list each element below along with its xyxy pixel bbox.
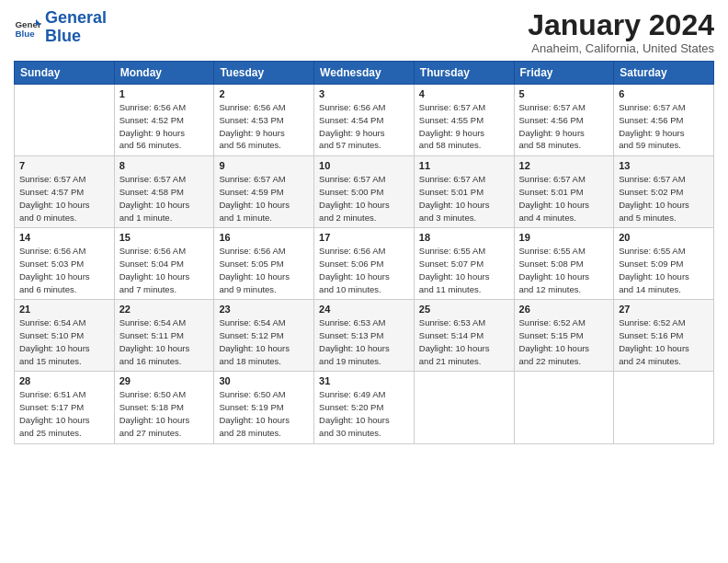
weekday-header: Sunday <box>15 62 115 85</box>
day-info: Sunrise: 6:56 AMSunset: 4:53 PMDaylight:… <box>219 101 309 152</box>
day-number: 3 <box>319 88 409 99</box>
day-number: 26 <box>519 304 609 315</box>
day-number: 10 <box>319 160 409 171</box>
calendar-cell: 16Sunrise: 6:56 AMSunset: 5:05 PMDayligh… <box>214 228 314 300</box>
calendar-cell: 21Sunrise: 6:54 AMSunset: 5:10 PMDayligh… <box>15 300 115 372</box>
day-info: Sunrise: 6:57 AMSunset: 4:56 PMDaylight:… <box>619 101 709 152</box>
day-info: Sunrise: 6:56 AMSunset: 5:06 PMDaylight:… <box>319 245 409 295</box>
title-area: January 2024 Anaheim, California, United… <box>528 9 714 55</box>
calendar-cell: 1Sunrise: 6:56 AMSunset: 4:52 PMDaylight… <box>114 85 214 156</box>
day-number: 16 <box>219 232 309 243</box>
calendar-cell: 15Sunrise: 6:56 AMSunset: 5:04 PMDayligh… <box>114 228 214 300</box>
day-number: 28 <box>19 375 109 386</box>
calendar-cell <box>414 372 514 443</box>
calendar-cell: 9Sunrise: 6:57 AMSunset: 4:59 PMDaylight… <box>214 156 314 228</box>
logo-icon: General Blue <box>14 14 41 41</box>
day-number: 18 <box>419 232 509 243</box>
weekday-header: Wednesday <box>314 62 415 85</box>
day-info: Sunrise: 6:57 AMSunset: 5:01 PMDaylight:… <box>519 173 609 224</box>
day-number: 13 <box>619 160 709 171</box>
calendar-cell: 13Sunrise: 6:57 AMSunset: 5:02 PMDayligh… <box>614 156 714 228</box>
calendar-cell: 3Sunrise: 6:56 AMSunset: 4:54 PMDaylight… <box>314 85 415 156</box>
week-row: 1Sunrise: 6:56 AMSunset: 4:52 PMDaylight… <box>15 85 714 156</box>
day-info: Sunrise: 6:54 AMSunset: 5:10 PMDaylight:… <box>19 316 109 367</box>
day-number: 7 <box>19 160 109 171</box>
calendar-cell: 18Sunrise: 6:55 AMSunset: 5:07 PMDayligh… <box>414 228 514 300</box>
calendar-cell: 11Sunrise: 6:57 AMSunset: 5:01 PMDayligh… <box>414 156 514 228</box>
calendar-cell: 4Sunrise: 6:57 AMSunset: 4:55 PMDaylight… <box>414 85 514 156</box>
calendar-cell: 30Sunrise: 6:50 AMSunset: 5:19 PMDayligh… <box>214 372 314 443</box>
week-row: 14Sunrise: 6:56 AMSunset: 5:03 PMDayligh… <box>15 228 714 300</box>
calendar-cell <box>514 372 614 443</box>
day-info: Sunrise: 6:56 AMSunset: 5:03 PMDaylight:… <box>19 245 109 295</box>
calendar-cell <box>614 372 714 443</box>
day-info: Sunrise: 6:57 AMSunset: 4:55 PMDaylight:… <box>419 101 509 152</box>
calendar-cell: 28Sunrise: 6:51 AMSunset: 5:17 PMDayligh… <box>15 372 115 443</box>
day-number: 5 <box>519 88 609 99</box>
day-info: Sunrise: 6:49 AMSunset: 5:20 PMDaylight:… <box>319 388 409 439</box>
day-number: 14 <box>19 232 109 243</box>
logo-blue: Blue <box>45 27 81 45</box>
day-number: 23 <box>219 304 309 315</box>
week-row: 21Sunrise: 6:54 AMSunset: 5:10 PMDayligh… <box>15 300 714 372</box>
calendar-cell <box>15 85 115 156</box>
day-number: 22 <box>119 304 210 315</box>
day-info: Sunrise: 6:57 AMSunset: 4:58 PMDaylight:… <box>119 173 210 224</box>
day-info: Sunrise: 6:57 AMSunset: 4:59 PMDaylight:… <box>219 173 309 224</box>
calendar-cell: 2Sunrise: 6:56 AMSunset: 4:53 PMDaylight… <box>214 85 314 156</box>
weekday-row: SundayMondayTuesdayWednesdayThursdayFrid… <box>15 62 714 85</box>
day-info: Sunrise: 6:55 AMSunset: 5:08 PMDaylight:… <box>519 245 609 295</box>
day-number: 31 <box>319 375 409 386</box>
calendar-title: January 2024 <box>528 9 714 41</box>
day-info: Sunrise: 6:54 AMSunset: 5:11 PMDaylight:… <box>119 316 210 367</box>
day-info: Sunrise: 6:55 AMSunset: 5:07 PMDaylight:… <box>419 245 509 295</box>
day-info: Sunrise: 6:56 AMSunset: 5:04 PMDaylight:… <box>119 245 210 295</box>
day-info: Sunrise: 6:51 AMSunset: 5:17 PMDaylight:… <box>19 388 109 439</box>
day-number: 2 <box>219 88 309 99</box>
calendar-cell: 6Sunrise: 6:57 AMSunset: 4:56 PMDaylight… <box>614 85 714 156</box>
day-number: 29 <box>119 375 210 386</box>
day-info: Sunrise: 6:50 AMSunset: 5:19 PMDaylight:… <box>219 388 309 439</box>
calendar-cell: 7Sunrise: 6:57 AMSunset: 4:57 PMDaylight… <box>15 156 115 228</box>
calendar-cell: 24Sunrise: 6:53 AMSunset: 5:13 PMDayligh… <box>314 300 415 372</box>
day-number: 1 <box>119 88 210 99</box>
day-number: 9 <box>219 160 309 171</box>
day-number: 19 <box>519 232 609 243</box>
logo-text: General Blue <box>45 9 107 46</box>
day-number: 11 <box>419 160 509 171</box>
weekday-header: Tuesday <box>214 62 314 85</box>
calendar-table: SundayMondayTuesdayWednesdayThursdayFrid… <box>14 61 714 443</box>
calendar-cell: 14Sunrise: 6:56 AMSunset: 5:03 PMDayligh… <box>15 228 115 300</box>
week-row: 7Sunrise: 6:57 AMSunset: 4:57 PMDaylight… <box>15 156 714 228</box>
week-row: 28Sunrise: 6:51 AMSunset: 5:17 PMDayligh… <box>15 372 714 443</box>
day-info: Sunrise: 6:57 AMSunset: 4:57 PMDaylight:… <box>19 173 109 224</box>
day-number: 21 <box>19 304 109 315</box>
day-info: Sunrise: 6:53 AMSunset: 5:14 PMDaylight:… <box>419 316 509 367</box>
day-info: Sunrise: 6:50 AMSunset: 5:18 PMDaylight:… <box>119 388 210 439</box>
day-number: 20 <box>619 232 709 243</box>
calendar-cell: 23Sunrise: 6:54 AMSunset: 5:12 PMDayligh… <box>214 300 314 372</box>
day-info: Sunrise: 6:55 AMSunset: 5:09 PMDaylight:… <box>619 245 709 295</box>
day-info: Sunrise: 6:56 AMSunset: 5:05 PMDaylight:… <box>219 245 309 295</box>
day-number: 8 <box>119 160 210 171</box>
day-number: 27 <box>619 304 709 315</box>
page-header: General Blue General Blue January 2024 A… <box>14 9 714 55</box>
day-number: 12 <box>519 160 609 171</box>
day-info: Sunrise: 6:52 AMSunset: 5:16 PMDaylight:… <box>619 316 709 367</box>
logo: General Blue General Blue <box>14 9 107 46</box>
weekday-header: Friday <box>514 62 614 85</box>
calendar-subtitle: Anaheim, California, United States <box>528 41 714 55</box>
day-info: Sunrise: 6:57 AMSunset: 5:02 PMDaylight:… <box>619 173 709 224</box>
day-info: Sunrise: 6:54 AMSunset: 5:12 PMDaylight:… <box>219 316 309 367</box>
logo-general: General <box>45 8 107 27</box>
svg-text:Blue: Blue <box>16 29 36 39</box>
day-number: 4 <box>419 88 509 99</box>
calendar-cell: 26Sunrise: 6:52 AMSunset: 5:15 PMDayligh… <box>514 300 614 372</box>
day-info: Sunrise: 6:56 AMSunset: 4:54 PMDaylight:… <box>319 101 409 152</box>
calendar-cell: 29Sunrise: 6:50 AMSunset: 5:18 PMDayligh… <box>114 372 214 443</box>
calendar-cell: 17Sunrise: 6:56 AMSunset: 5:06 PMDayligh… <box>314 228 415 300</box>
weekday-header: Monday <box>114 62 214 85</box>
calendar-cell: 19Sunrise: 6:55 AMSunset: 5:08 PMDayligh… <box>514 228 614 300</box>
day-info: Sunrise: 6:53 AMSunset: 5:13 PMDaylight:… <box>319 316 409 367</box>
day-info: Sunrise: 6:56 AMSunset: 4:52 PMDaylight:… <box>119 101 210 152</box>
